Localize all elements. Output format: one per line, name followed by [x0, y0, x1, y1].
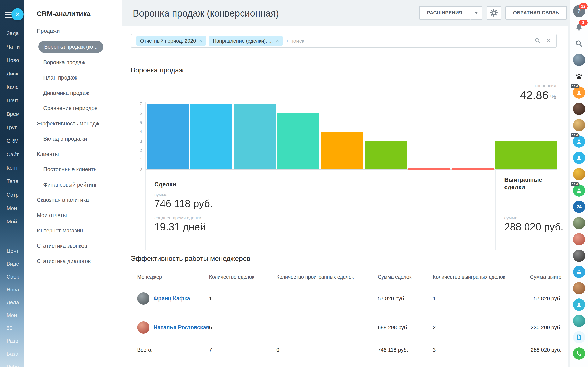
sidebar-item[interactable]: План продаж: [25, 70, 122, 85]
sidebar-item[interactable]: Финансовый рейтинг: [25, 177, 122, 192]
sidebar-item[interactable]: Мои отчеты: [25, 208, 122, 223]
filter-search-bar[interactable]: Отчетный период: 2020×Направление (сделк…: [131, 34, 557, 48]
person-icon[interactable]: [573, 299, 585, 311]
workspace-menu-item[interactable]: CRM: [7, 138, 18, 144]
workspace-menu-item[interactable]: Врем: [7, 111, 20, 117]
workspace-menu-item[interactable]: Груп: [7, 124, 17, 131]
workspace-menu-item[interactable]: Мой: [7, 218, 17, 225]
workspace-menu-item[interactable]: Чат и: [7, 44, 20, 50]
extensions-dropdown-button[interactable]: [470, 6, 483, 20]
person-icon[interactable]: CRM: [573, 86, 585, 99]
total-deals: 7: [209, 342, 277, 358]
table-header-row: Менеджер Количество сделок Количество пр…: [131, 270, 562, 284]
workspace-menu-item[interactable]: Мои: [7, 205, 17, 211]
workspace-menu-item[interactable]: Собр: [7, 274, 19, 280]
deals-count-cell: 1: [209, 284, 277, 313]
sidebar-item[interactable]: Сквозная аналитика: [25, 192, 122, 208]
chip-remove-icon[interactable]: ×: [276, 38, 279, 44]
funnel-bar[interactable]: [408, 168, 450, 170]
sidebar-item[interactable]: Постоянные клиенты: [25, 162, 122, 177]
funnel-bar[interactable]: [365, 141, 407, 169]
y-axis-label: 6: [133, 111, 142, 116]
y-axis-label: 3: [133, 139, 142, 144]
clear-filter-icon[interactable]: ✕: [546, 38, 551, 44]
funnel-bar[interactable]: [233, 104, 276, 169]
sidebar-item[interactable]: Сравнение периодов: [25, 101, 122, 116]
person-icon[interactable]: [573, 152, 585, 164]
workspace-menu-item[interactable]: Нова: [7, 286, 19, 293]
sidebar-item[interactable]: Динамика продаж: [25, 85, 122, 101]
avatar: [137, 321, 149, 334]
workspace-menu-item[interactable]: Мои: [7, 312, 17, 318]
lock-icon[interactable]: [573, 266, 585, 278]
funnel-bar[interactable]: [147, 104, 189, 169]
funnel-bar[interactable]: [321, 132, 363, 169]
sidebar-item[interactable]: Воронка продаж: [25, 55, 122, 70]
rail-divider: [4, 239, 21, 239]
close-menu-button[interactable]: ✕: [11, 8, 24, 20]
person-icon[interactable]: CRM: [573, 135, 585, 148]
workspace-menu-item[interactable]: Разр: [7, 338, 18, 344]
sidebar-item[interactable]: Вклад в продажи: [25, 131, 122, 147]
manager-link[interactable]: Франц Кафка: [154, 295, 190, 302]
doc-icon[interactable]: [573, 331, 585, 343]
workspace-menu-item[interactable]: Зада: [7, 30, 19, 36]
funnel-bar[interactable]: [190, 104, 232, 169]
y-axis-label: 0: [133, 167, 142, 172]
sidebar-item[interactable]: Статистика диалогов: [25, 254, 122, 269]
avatar[interactable]: [573, 250, 585, 262]
avatar[interactable]: [573, 282, 585, 294]
sidebar-item[interactable]: Статистика звонков: [25, 238, 122, 254]
extensions-button[interactable]: РАСШИРЕНИЯ: [419, 6, 470, 20]
manager-link[interactable]: Наталья Ростовская: [154, 324, 209, 331]
workspace-menu-item[interactable]: Дела: [7, 299, 19, 306]
chip-remove-icon[interactable]: ×: [199, 38, 202, 44]
workspace-menu-item[interactable]: Виде: [7, 261, 19, 267]
help-icon[interactable]: ?12: [573, 5, 585, 17]
sidebar-item[interactable]: Эффективность менедж...: [25, 116, 122, 131]
col-lost-count: Количество проигранных сделок: [277, 270, 378, 284]
workspace-menu-item[interactable]: Конт: [7, 165, 18, 171]
notification-badge: 12: [579, 3, 588, 9]
filter-chip[interactable]: Направление (сделки): ...×: [209, 36, 283, 46]
workspace-menu-item[interactable]: Теле: [7, 178, 18, 184]
search-icon[interactable]: [573, 38, 585, 50]
filter-chip[interactable]: Отчетный период: 2020×: [136, 36, 206, 46]
avatar[interactable]: [573, 119, 585, 131]
workspace-menu-item[interactable]: Ново: [7, 57, 19, 63]
funnel-bar[interactable]: [495, 141, 557, 169]
sidebar-item[interactable]: Воронка продаж (ко...: [25, 39, 122, 55]
workspace-menu-item[interactable]: База: [7, 351, 18, 357]
avatar[interactable]: [573, 217, 585, 229]
settings-button[interactable]: [486, 6, 501, 20]
funnel-bar[interactable]: [452, 168, 494, 170]
notification-badge: 3: [579, 20, 588, 26]
workspace-menu-item[interactable]: Сайт: [7, 151, 19, 158]
workspace-menu-item[interactable]: Кале: [7, 84, 18, 90]
avatar[interactable]: [573, 54, 585, 66]
workspace-menu-item[interactable]: Диск: [7, 71, 18, 77]
workspace-menu-item[interactable]: 50+: [7, 325, 16, 331]
workspace-menu-item[interactable]: Цент: [7, 248, 19, 254]
phone-icon[interactable]: [573, 347, 585, 360]
person-icon[interactable]: CRM: [573, 184, 585, 197]
sidebar-item[interactable]: Продажи: [25, 24, 122, 39]
bell-icon[interactable]: 3: [573, 21, 585, 33]
sidebar-item[interactable]: Интернет-магазин: [25, 223, 122, 238]
won-sum-label: сумма: [504, 215, 517, 221]
sidebar-item[interactable]: Клиенты: [25, 147, 122, 162]
workspace-menu-item[interactable]: Робо: [7, 364, 19, 367]
avatar[interactable]: [573, 168, 585, 180]
avatar[interactable]: [573, 103, 585, 115]
workspace-menu-item[interactable]: Почт: [7, 98, 18, 104]
filter-search-placeholder: + поиск: [286, 38, 304, 44]
avatar[interactable]: [573, 233, 585, 245]
workspace-menu-item[interactable]: Сотр: [7, 192, 18, 198]
paw-icon[interactable]: [573, 70, 585, 82]
funnel-bar[interactable]: [277, 113, 319, 169]
avatar[interactable]: [573, 315, 585, 327]
feedback-button[interactable]: ОБРАТНАЯ СВЯЗЬ: [505, 6, 567, 20]
search-icon[interactable]: [534, 37, 541, 44]
conversion-unit: %: [550, 93, 556, 100]
b24-icon[interactable]: 24: [573, 201, 585, 213]
